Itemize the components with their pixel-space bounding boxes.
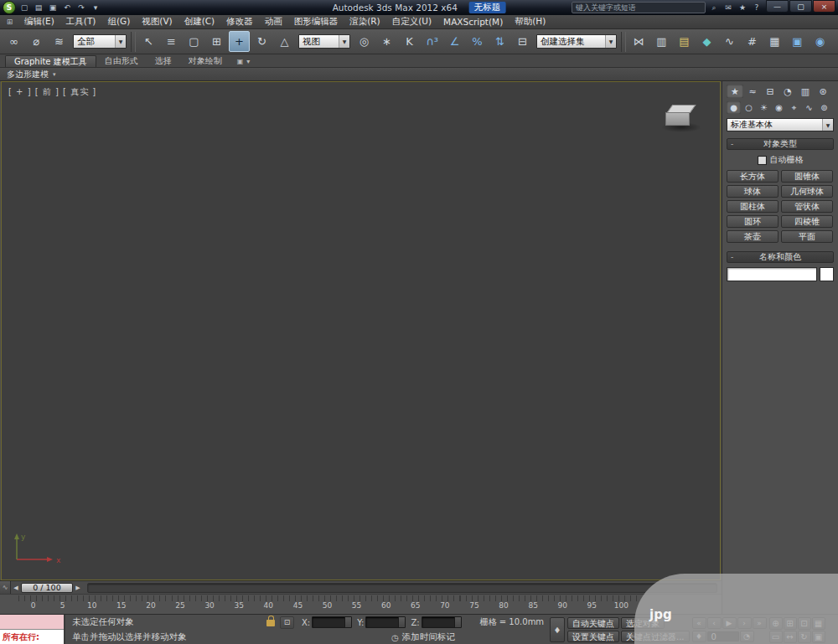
systems-category-icon[interactable]: ⊚: [817, 101, 831, 114]
listener-pane[interactable]: 所有在行:: [0, 630, 64, 644]
time-slider-track[interactable]: [87, 583, 717, 593]
pyramid-button[interactable]: 四棱锥: [781, 215, 833, 228]
select-and-manipulate-icon[interactable]: ∗: [376, 31, 397, 52]
communication-center-icon[interactable]: ✉: [722, 2, 735, 13]
curve-editor-icon[interactable]: ∿: [719, 31, 740, 52]
menu-item[interactable]: 创建(C): [178, 15, 221, 28]
undo-icon[interactable]: ↶: [60, 2, 74, 13]
open-mini-curve-editor-button[interactable]: ∿: [0, 581, 11, 594]
hierarchy-tab-icon[interactable]: ⊟: [762, 85, 779, 98]
z-coordinate-input[interactable]: [422, 616, 462, 628]
set-key-button[interactable]: 设置关键点: [567, 631, 619, 642]
select-and-rotate-icon[interactable]: ↻: [251, 31, 272, 52]
spinner-snap-icon[interactable]: ⇅: [489, 31, 510, 52]
ribbon-tab[interactable]: 自由形式: [96, 55, 147, 67]
track-bar[interactable]: 0510152025303540455055606570758085909510…: [0, 594, 722, 614]
select-and-move-icon[interactable]: +: [229, 31, 250, 52]
search-input[interactable]: 键入关键字或短语: [576, 3, 636, 13]
orbit-icon[interactable]: ↻: [798, 631, 811, 643]
geometry-category-icon[interactable]: ●: [727, 101, 741, 114]
search-icon[interactable]: ⌕: [707, 2, 721, 13]
percent-snap-icon[interactable]: %: [467, 31, 488, 52]
redo-icon[interactable]: ↷: [75, 2, 88, 13]
align-icon[interactable]: ▥: [651, 31, 672, 52]
add-time-tag-button[interactable]: 添加时间标记: [402, 631, 455, 643]
go-to-end-button[interactable]: »: [753, 617, 767, 629]
zoom-region-icon[interactable]: ▭: [769, 631, 783, 643]
selected-objects-button[interactable]: 选定对象: [621, 617, 665, 629]
graphite-ribbon-toggle-icon[interactable]: ◆: [696, 31, 717, 52]
menu-item[interactable]: 视图(V): [136, 15, 178, 28]
sphere-button[interactable]: 球体: [727, 185, 779, 198]
time-configuration-icon[interactable]: ◔: [740, 631, 754, 642]
ribbon-tab[interactable]: 对象绘制: [180, 55, 230, 67]
layer-manager-icon[interactable]: ▤: [674, 31, 695, 52]
go-to-start-button[interactable]: «: [692, 617, 706, 629]
teapot-button[interactable]: 茶壶: [727, 230, 779, 243]
zoom-all-icon[interactable]: ⊞: [784, 617, 797, 630]
menu-item[interactable]: 组(G): [101, 15, 136, 28]
object-color-swatch[interactable]: [820, 267, 834, 281]
menu-item[interactable]: 图形编辑器: [288, 15, 344, 28]
maximize-button[interactable]: ▢: [789, 0, 812, 13]
ribbon-minimize-arrow-icon[interactable]: ▾: [246, 58, 250, 65]
shapes-category-icon[interactable]: ○: [742, 101, 756, 114]
use-pivot-point-center-icon[interactable]: ◎: [354, 31, 375, 52]
cone-button[interactable]: 圆锥体: [781, 170, 833, 183]
y-coordinate-input[interactable]: [365, 616, 406, 628]
ribbon-tab[interactable]: 选择: [147, 55, 180, 67]
next-frame-button[interactable]: ›: [737, 617, 752, 629]
zoom-icon[interactable]: ⊕: [769, 617, 783, 630]
render-production-icon[interactable]: ◉: [810, 31, 830, 52]
plane-button[interactable]: 平面: [781, 230, 833, 243]
key-filters-button[interactable]: 关键点过滤器...: [621, 631, 690, 642]
favorites-star-icon[interactable]: ★: [736, 2, 749, 13]
menu-item[interactable]: 动画: [259, 15, 288, 28]
menu-item[interactable]: 渲染(R): [344, 15, 386, 28]
maximize-viewport-toggle-icon[interactable]: ▣: [812, 631, 825, 643]
help-icon[interactable]: ?: [750, 2, 763, 13]
macro-recorder-pane[interactable]: [0, 615, 64, 630]
keyboard-shortcut-override-icon[interactable]: K: [399, 31, 420, 52]
unlink-selection-icon[interactable]: ⌀: [26, 31, 47, 52]
key-mode-toggle-icon[interactable]: ♦: [692, 631, 706, 642]
angle-snap-icon[interactable]: ∠: [444, 31, 465, 52]
window-crossing-icon[interactable]: ⊞: [206, 31, 227, 52]
viewport-label[interactable]: [ + ] [ 前 ] [ 真实 ]: [8, 86, 96, 98]
menu-item[interactable]: 帮助(H): [509, 15, 551, 28]
absolute-mode-icon[interactable]: ⊡: [280, 616, 294, 629]
close-button[interactable]: ×: [813, 0, 835, 13]
space-warps-category-icon[interactable]: ∿: [802, 101, 816, 114]
menu-item[interactable]: 自定义(U): [386, 15, 437, 28]
viewcube[interactable]: [658, 102, 705, 137]
polygon-modeling-panel[interactable]: 多边形建模: [7, 69, 49, 80]
rectangular-selection-region-icon[interactable]: ▢: [184, 31, 204, 52]
lights-category-icon[interactable]: ☀: [757, 101, 771, 114]
selection-filter-dropdown[interactable]: 全部 ▼: [73, 34, 127, 49]
current-frame-input[interactable]: 0: [707, 631, 739, 641]
set-key-big-button[interactable]: ♦: [550, 617, 565, 642]
play-button[interactable]: ▶: [722, 617, 737, 629]
select-and-link-icon[interactable]: ∞: [3, 31, 24, 52]
viewport-front[interactable]: [ + ] [ 前 ] [ 真实 ] x y: [1, 81, 721, 580]
select-by-name-icon[interactable]: ≡: [161, 31, 182, 52]
ribbon-display-toggle-icon[interactable]: ▣: [237, 58, 244, 65]
edit-named-selection-sets-icon[interactable]: ⊟: [512, 31, 533, 52]
save-file-icon[interactable]: ▣: [46, 2, 59, 13]
box-button[interactable]: 长方体: [727, 170, 779, 183]
mirror-icon[interactable]: ⋈: [628, 31, 649, 52]
rendered-frame-window-icon[interactable]: ▣: [787, 31, 808, 52]
reference-coordinate-dropdown[interactable]: 视图 ▼: [298, 34, 350, 49]
project-folder-icon[interactable]: ▾: [89, 2, 102, 13]
menu-item[interactable]: 工具(T): [60, 15, 102, 28]
tube-button[interactable]: 管状体: [781, 200, 833, 213]
time-forward-button[interactable]: ▶: [73, 585, 83, 591]
new-scene-icon[interactable]: ▢: [18, 2, 31, 13]
ribbon-tab[interactable]: Graphite 建模工具: [5, 55, 96, 67]
infocenter-search-box[interactable]: 键入关键字或短语: [572, 2, 706, 13]
object-name-input[interactable]: [727, 267, 817, 281]
snaps-toggle-icon[interactable]: ∩³: [422, 31, 442, 52]
display-tab-icon[interactable]: ▥: [797, 85, 814, 98]
torus-button[interactable]: 圆环: [727, 215, 779, 228]
previous-frame-button[interactable]: ‹: [707, 617, 722, 629]
